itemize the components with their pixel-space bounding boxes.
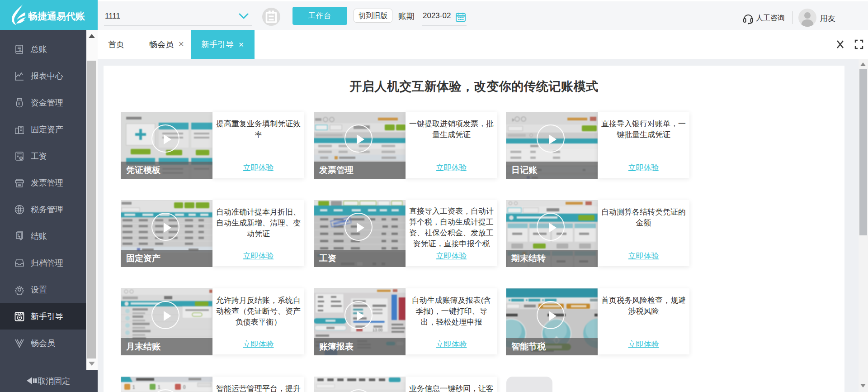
svg-text:¥: ¥ [18,101,21,106]
svg-text:¥: ¥ [19,48,21,53]
